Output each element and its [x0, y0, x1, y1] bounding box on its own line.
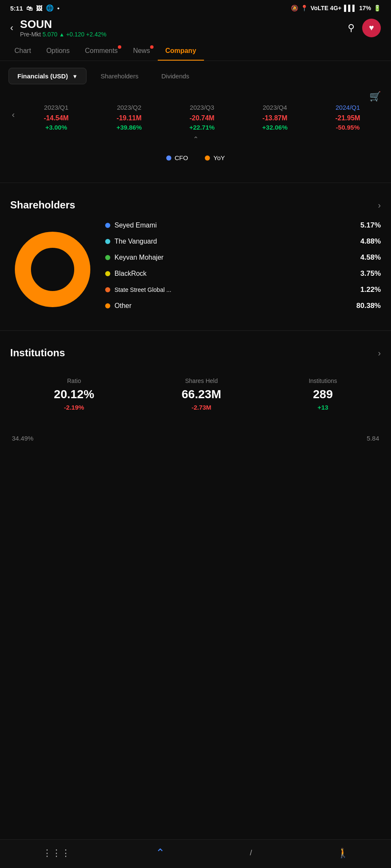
tab-company[interactable]: Company — [158, 42, 204, 61]
watchlist-button[interactable]: ♥ — [362, 19, 381, 37]
collapse-btn[interactable]: ⌃ — [0, 131, 391, 147]
ticker-info: SOUN Pre-Mkt 5.070 ▲ +0.120 +2.42% — [20, 18, 106, 38]
institutions-stats: Ratio 20.12% -2.19% Shares Held 66.23M -… — [10, 369, 381, 419]
cart-icon[interactable]: 🛒 — [369, 91, 381, 102]
pre-market-change-pct: +2.42% — [86, 31, 106, 38]
ticker-symbol: SOUN — [20, 18, 106, 31]
shareholders-nav-btn[interactable]: Shareholders — [92, 68, 147, 84]
shareholder-row-1: The Vanguard 4.88% — [105, 237, 381, 246]
shareholder-dot-5 — [105, 303, 110, 308]
shareholder-row-5: Other 80.38% — [105, 302, 381, 310]
shareholder-row-2: Keyvan Mohajer 4.58% — [105, 253, 381, 262]
shareholder-name-2: Keyvan Mohajer — [105, 254, 164, 261]
status-bar: 5:11 🛍 🖼 🌐 • 🔕 📍 VoLTE 4G+ ▌▌▌ 17% 🔋 — [0, 0, 391, 14]
heart-icon: ♥ — [369, 23, 374, 33]
cfo-legend-dot — [166, 155, 171, 161]
shareholders-section: Shareholders › — [0, 187, 391, 326]
shareholders-title: Shareholders — [10, 199, 75, 211]
bottom-right-value: 5.84 — [367, 435, 379, 442]
tab-options[interactable]: Options — [39, 42, 77, 61]
location-icon: 📍 — [301, 5, 308, 11]
shareholders-header: Shareholders › — [10, 199, 381, 211]
bottom-nav: ⋮⋮⋮ ⌃ / 🚶 — [0, 839, 391, 868]
legend-cfo: CFO — [166, 154, 188, 161]
sub-nav: Financials (USD) ▼ Shareholders Dividend… — [0, 61, 391, 91]
yoy-legend-dot — [205, 155, 210, 161]
bottom-data: 34.49% 5.84 — [0, 428, 391, 449]
shareholder-name-4: State Street Global ... — [105, 286, 171, 293]
institutions-section: Institutions › Ratio 20.12% -2.19% Share… — [0, 335, 391, 428]
shareholder-name-5: Other — [105, 302, 131, 310]
dividends-btn[interactable]: Dividends — [152, 68, 198, 84]
institutions-title: Institutions — [10, 347, 65, 359]
shareholders-donut-chart — [10, 227, 95, 312]
shareholder-row-4: State Street Global ... 1.22% — [105, 286, 381, 294]
stat-shares-held: Shares Held 66.23M -2.73M — [182, 377, 221, 411]
shareholder-name-1: The Vanguard — [105, 238, 157, 245]
quarter-col-4: 2024/Q1 -21.95M -50.95% — [311, 104, 384, 131]
signal-text: VoLTE 4G+ — [310, 5, 341, 11]
pre-market-price: 5.070 — [42, 31, 57, 38]
pre-market-label: Pre-Mkt — [20, 31, 41, 38]
quarters-scroll: ‹ 2023/Q1 -14.54M +3.00% 2023/Q2 -19.11M… — [0, 104, 391, 131]
status-right: 🔕 📍 VoLTE 4G+ ▌▌▌ 17% 🔋 — [291, 5, 381, 11]
pre-market-change-abs: +0.120 — [66, 31, 84, 38]
quarter-col-0: 2023/Q1 -14.54M +3.00% — [20, 104, 93, 131]
dot-indicator: • — [57, 5, 59, 12]
shareholders-content: Seyed Emami 5.17% The Vanguard 4.88% Key… — [10, 221, 381, 318]
header: ‹ SOUN Pre-Mkt 5.070 ▲ +0.120 +2.42% ⚲ ♥ — [0, 14, 391, 42]
shareholders-arrow-icon[interactable]: › — [378, 200, 381, 210]
news-notification-dot — [150, 45, 154, 49]
quarter-col-1: 2023/Q2 -19.11M +39.86% — [93, 104, 166, 131]
nav-tabs: Chart Options Comments News Company — [0, 42, 391, 61]
image-icon: 🖼 — [36, 5, 42, 12]
person-button[interactable]: 🚶 — [337, 848, 349, 859]
time: 5:11 — [10, 5, 23, 12]
financials-btn[interactable]: Financials (USD) ▼ — [8, 68, 87, 84]
pre-market-info: Pre-Mkt 5.070 ▲ +0.120 +2.42% — [20, 31, 106, 38]
browser-icon: 🌐 — [46, 4, 54, 12]
quarter-col-2: 2023/Q3 -20.74M +22.71% — [165, 104, 238, 131]
institutions-arrow-icon[interactable]: › — [378, 348, 381, 358]
stat-institutions: Institutions 289 +13 — [309, 377, 337, 411]
header-right: ⚲ ♥ — [348, 19, 381, 37]
stat-ratio: Ratio 20.12% -2.19% — [54, 377, 94, 411]
home-button[interactable]: ⌃ — [156, 846, 165, 860]
shop-icon: 🛍 — [26, 5, 33, 12]
shareholder-name-0: Seyed Emami — [105, 222, 157, 229]
legend: CFO YoY — [0, 147, 391, 174]
battery-level: 17% — [359, 5, 371, 11]
back-button[interactable]: ‹ — [10, 22, 13, 33]
financials-section: 🛒 ‹ 2023/Q1 -14.54M +3.00% 2023/Q2 -19.1… — [0, 91, 391, 178]
tab-news[interactable]: News — [126, 42, 158, 61]
bottom-left-value: 34.49% — [12, 435, 34, 442]
shareholder-dot-0 — [105, 223, 110, 228]
shareholders-list: Seyed Emami 5.17% The Vanguard 4.88% Key… — [105, 221, 381, 318]
comments-notification-dot — [118, 45, 121, 49]
shareholder-dot-1 — [105, 239, 110, 244]
battery-icon: 🔋 — [374, 5, 381, 11]
header-left: ‹ SOUN Pre-Mkt 5.070 ▲ +0.120 +2.42% — [10, 18, 106, 38]
institutions-header: Institutions › — [10, 347, 381, 359]
tab-chart[interactable]: Chart — [7, 42, 39, 61]
shareholder-row-0: Seyed Emami 5.17% — [105, 221, 381, 230]
quarter-col-3: 2023/Q4 -13.87M +32.06% — [238, 104, 311, 131]
shareholder-row-3: BlackRock 3.75% — [105, 269, 381, 278]
status-left: 5:11 🛍 🖼 🌐 • — [10, 4, 59, 12]
signal-bars: ▌▌▌ — [344, 5, 357, 11]
menu-button[interactable]: ⋮⋮⋮ — [42, 848, 70, 859]
tab-comments[interactable]: Comments — [77, 42, 125, 61]
legend-yoy: YoY — [205, 154, 225, 161]
shareholder-dot-4 — [105, 287, 110, 292]
shareholder-dot-2 — [105, 255, 110, 260]
shareholder-dot-3 — [105, 271, 110, 276]
search-button[interactable]: ⚲ — [348, 22, 355, 33]
mute-icon: 🔕 — [291, 5, 298, 11]
quarters-prev-btn[interactable]: ‹ — [7, 104, 20, 131]
svg-point-6 — [31, 248, 74, 291]
nav-back-button[interactable]: / — [250, 849, 252, 857]
dropdown-arrow-icon: ▼ — [72, 73, 78, 80]
shareholder-name-3: BlackRock — [105, 270, 147, 277]
cart-area: 🛒 — [0, 91, 391, 104]
